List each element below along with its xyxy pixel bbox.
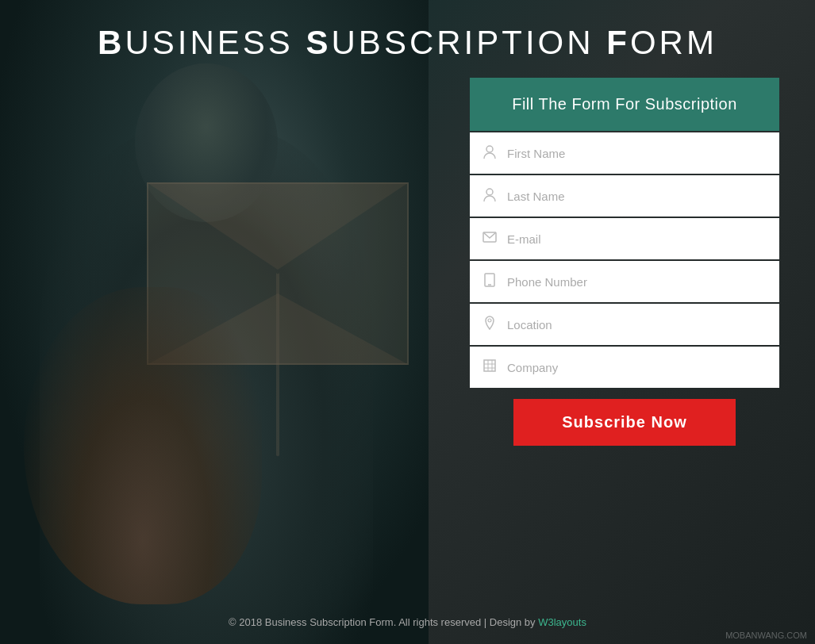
svg-point-1 xyxy=(486,189,493,195)
footer-link-text: W3layouts xyxy=(538,616,586,628)
footer: © 2018 Business Subscription Form. All r… xyxy=(0,616,815,628)
svg-point-0 xyxy=(486,146,493,152)
watermark: MOBANWANG.COM xyxy=(725,631,807,640)
svg-rect-5 xyxy=(484,360,495,371)
title-bold-b: B xyxy=(98,24,125,61)
email-field-wrapper xyxy=(470,218,779,259)
title-bold-f: F xyxy=(606,24,630,61)
email-icon xyxy=(482,232,498,246)
main-layout: BUSINESS SUBSCRIPTION FORM Fill The Form… xyxy=(0,0,815,644)
form-header-text: Fill The Form For Subscription xyxy=(512,95,737,113)
first-name-field-wrapper xyxy=(470,132,779,174)
form-fields xyxy=(470,132,779,388)
phone-field-wrapper xyxy=(470,261,779,302)
company-icon xyxy=(482,359,498,375)
form-section: Fill The Form For Subscription xyxy=(470,78,779,446)
title-text-1: USINESS xyxy=(125,24,306,61)
location-field-wrapper xyxy=(470,304,779,345)
svg-point-4 xyxy=(488,319,491,322)
title-bold-s: S xyxy=(306,24,332,61)
company-input[interactable] xyxy=(507,361,767,374)
location-icon xyxy=(482,316,498,333)
phone-input[interactable] xyxy=(507,275,767,289)
title-text-2: UBSCRIPTION xyxy=(332,24,607,61)
title-row: BUSINESS SUBSCRIPTION FORM xyxy=(0,0,815,74)
title-text-3: ORM xyxy=(630,24,717,61)
first-name-input[interactable] xyxy=(507,147,767,160)
last-name-field-wrapper xyxy=(470,175,779,217)
company-field-wrapper xyxy=(470,347,779,388)
email-input[interactable] xyxy=(507,232,767,246)
phone-icon xyxy=(482,273,498,290)
person-icon-1 xyxy=(482,145,498,162)
footer-text: © 2018 Business Subscription Form. All r… xyxy=(229,616,538,628)
footer-link[interactable]: W3layouts xyxy=(538,616,586,628)
subscribe-button-label: Subscribe Now xyxy=(562,413,686,431)
subscribe-button[interactable]: Subscribe Now xyxy=(513,399,736,446)
page-title: BUSINESS SUBSCRIPTION FORM xyxy=(0,24,815,62)
location-input[interactable] xyxy=(507,318,767,332)
form-header: Fill The Form For Subscription xyxy=(470,78,779,131)
last-name-input[interactable] xyxy=(507,190,767,203)
person-icon-2 xyxy=(482,188,498,205)
content-row: Fill The Form For Subscription xyxy=(0,74,815,644)
